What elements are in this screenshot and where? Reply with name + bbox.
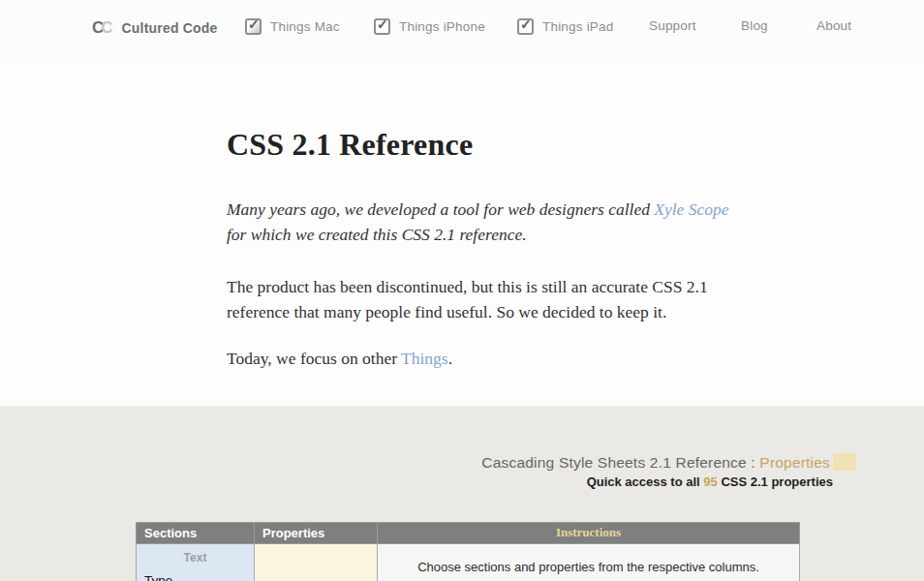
nav-label: Things iPhone xyxy=(399,19,485,34)
property-count: 95 xyxy=(703,474,717,489)
reference-panel: Cascading Style Sheets 2.1 Reference : P… xyxy=(0,405,924,581)
things-link[interactable]: Things xyxy=(401,349,448,368)
column-header-instructions: Instructions xyxy=(378,523,800,544)
nav-item-things-mac[interactable]: ✓ Things Mac xyxy=(245,18,340,35)
nav-item-support[interactable]: Support xyxy=(649,18,696,33)
instructions-column: Choose sections and properties from the … xyxy=(378,544,800,581)
nav-item-things-ipad[interactable]: ✓ Things iPad xyxy=(517,18,614,35)
intro-paragraph: Many years ago, we developed a tool for … xyxy=(227,197,740,247)
reference-title: Cascading Style Sheets 2.1 Reference : P… xyxy=(481,453,856,472)
column-header-sections: Sections xyxy=(137,523,255,544)
properties-column[interactable] xyxy=(255,544,378,581)
cc-logo-icon: CC xyxy=(92,18,110,38)
things-checkbox-icon: ✓ xyxy=(374,18,390,35)
table-body-row: Text Type Choose sections and properties… xyxy=(137,544,800,581)
properties-highlight-swatch xyxy=(833,453,856,471)
today-text-after: . xyxy=(448,349,452,368)
intro-text-after: for which we created this CSS 2.1 refere… xyxy=(227,225,527,244)
brand-label: Cultured Code xyxy=(122,20,218,36)
top-navigation: CC Cultured Code ✓ Things Mac ✓ Things i… xyxy=(0,0,924,58)
today-text-before: Today, we focus on other xyxy=(227,349,401,368)
today-paragraph: Today, we focus on other Things. xyxy=(227,346,740,371)
reference-title-main: Cascading Style Sheets 2.1 Reference xyxy=(481,454,746,471)
page-title: CSS 2.1 Reference xyxy=(227,127,740,163)
subtitle-before: Quick access to all xyxy=(587,474,704,489)
reference-subtitle: Quick access to all 95 CSS 2.1 propertie… xyxy=(481,474,833,489)
nav-item-blog[interactable]: Blog xyxy=(741,18,768,33)
nav-item-things-iphone[interactable]: ✓ Things iPhone xyxy=(374,18,485,35)
things-checkbox-icon: ✓ xyxy=(517,18,534,35)
css-reference-table: Sections Properties Instructions Text Ty… xyxy=(136,522,800,581)
column-header-properties: Properties xyxy=(255,523,378,544)
nav-item-about[interactable]: About xyxy=(816,18,851,33)
subtitle-after: CSS 2.1 properties xyxy=(718,474,833,489)
discontinued-paragraph: The product has been discontinued, but t… xyxy=(227,274,740,324)
cultured-code-logo[interactable]: CC Cultured Code xyxy=(92,18,218,38)
table-header-row: Sections Properties Instructions xyxy=(137,523,800,544)
reference-title-separator: : xyxy=(747,454,760,471)
things-checkbox-icon: ✓ xyxy=(245,18,262,35)
sections-column: Text Type xyxy=(137,544,255,581)
section-item-type[interactable]: Type xyxy=(137,565,254,581)
nav-label: Blog xyxy=(741,18,768,33)
nav-label: Things Mac xyxy=(270,19,340,34)
reference-header: Cascading Style Sheets 2.1 Reference : P… xyxy=(481,453,856,489)
nav-label: About xyxy=(816,18,851,33)
instructions-line-1: Choose sections and properties from the … xyxy=(378,557,799,578)
section-group-text: Text xyxy=(137,544,254,565)
nav-label: Things iPad xyxy=(542,19,614,34)
reference-title-section: Properties xyxy=(759,454,830,471)
nav-label: Support xyxy=(649,18,696,33)
xyle-scope-link[interactable]: Xyle Scope xyxy=(654,199,728,219)
intro-text-before: Many years ago, we developed a tool for … xyxy=(227,199,654,219)
